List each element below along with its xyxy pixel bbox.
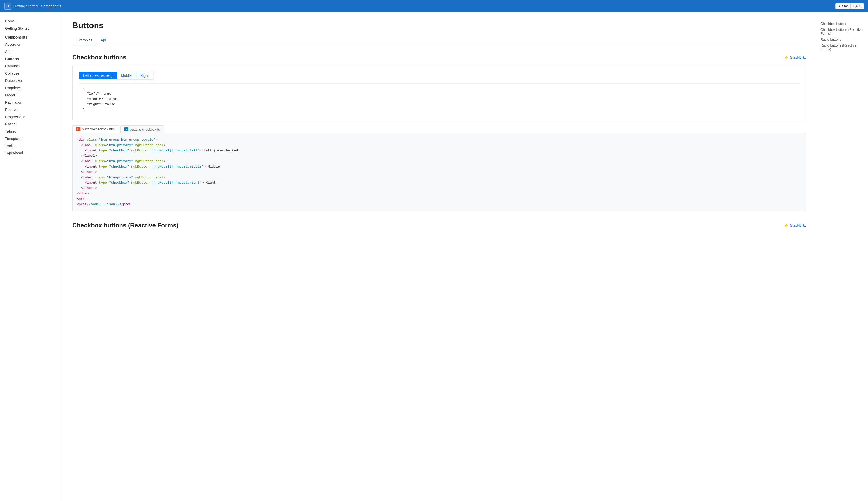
stackblitz-label-reactive: StackBlitz: [790, 223, 806, 227]
html-file-label: buttons-checkbox.html: [82, 127, 116, 131]
toc-item-radio-reactive[interactable]: Radio buttons (Reactive Forms): [821, 42, 864, 52]
sidebar-item-buttons[interactable]: Buttons: [0, 55, 62, 63]
code-line-9: <input type="checkbox" ngbButton [(ngMod…: [77, 180, 802, 185]
top-nav: B Getting Started Components ★ Star 6,49…: [0, 0, 868, 12]
ts-file-label: buttons-checkbox.ts: [130, 127, 160, 131]
stackblitz-icon: ⚡: [783, 55, 789, 60]
sidebar-section-components: Components: [0, 32, 62, 41]
sidebar-item-modal[interactable]: Modal: [0, 92, 62, 99]
code-line-11: </div>: [77, 191, 802, 196]
sidebar-item-rating[interactable]: Rating: [0, 120, 62, 128]
ts-file-icon: T: [124, 127, 128, 131]
main-content: Buttons Examples Api Checkbox buttons ⚡ …: [62, 12, 816, 242]
code-line-10: </label>: [77, 185, 802, 191]
layout: Home Getting Started Components Accordio…: [0, 12, 868, 242]
code-line-13: <pre>{{model | json}}</pre>: [77, 202, 802, 207]
tab-api[interactable]: Api: [96, 35, 110, 45]
json-output: { "left": true, "middle": false, "right"…: [79, 84, 800, 115]
code-line-4: </label>: [77, 153, 802, 159]
html-file-icon: H: [76, 127, 80, 131]
stackblitz-button[interactable]: ⚡ StackBlitz: [783, 55, 806, 60]
section-title-text: Checkbox buttons: [72, 54, 126, 61]
brand-label: Getting Started: [13, 4, 38, 8]
sidebar-item-progressbar[interactable]: Progressbar: [0, 113, 62, 120]
checkbox-btn-left[interactable]: Left (pre-checked): [79, 72, 117, 79]
sidebar: Home Getting Started Components Accordio…: [0, 12, 62, 242]
sidebar-item-timepicker[interactable]: Timepicker: [0, 135, 62, 142]
logo-icon: B: [4, 3, 11, 10]
sidebar-item-dropdown[interactable]: Dropdown: [0, 84, 62, 92]
code-file-tabs: H buttons-checkbox.html T buttons-checkb…: [72, 125, 806, 133]
sidebar-item-tabset[interactable]: Tabset: [0, 128, 62, 135]
toc-item-checkbox-reactive[interactable]: Checkbox buttons (Reactive Forms): [821, 26, 864, 36]
star-count: 6,492: [851, 3, 864, 9]
code-block: <div class="btn-group btn-group-toggle">…: [72, 133, 806, 212]
page-title: Buttons: [72, 21, 806, 30]
code-line-12: <hr>: [77, 196, 802, 202]
code-line-6: <input type="checkbox" ngbButton [(ngMod…: [77, 164, 802, 170]
star-label-part[interactable]: ★ Star: [836, 3, 851, 9]
checkbox-reactive-section: Checkbox buttons (Reactive Forms) ⚡ Stac…: [72, 222, 806, 229]
sidebar-item-getting-started[interactable]: Getting Started: [0, 25, 62, 32]
checkbox-button-group: Left (pre-checked) Middle Right: [79, 72, 800, 79]
sidebar-item-datepicker[interactable]: Datepicker: [0, 77, 62, 84]
stackblitz-label: StackBlitz: [790, 55, 806, 60]
stackblitz-button-reactive[interactable]: ⚡ StackBlitz: [783, 223, 806, 228]
code-tab-ts[interactable]: T buttons-checkbox.ts: [120, 125, 164, 133]
toc-item-radio[interactable]: Radio buttons: [821, 36, 864, 42]
sidebar-item-accordion[interactable]: Accordion: [0, 41, 62, 48]
github-star-button[interactable]: ★ Star 6,492: [835, 3, 864, 9]
sidebar-item-collapse[interactable]: Collapse: [0, 70, 62, 77]
logo[interactable]: B Getting Started Components: [4, 3, 61, 10]
code-line-7: </label>: [77, 170, 802, 175]
toc-item-checkbox[interactable]: Checkbox buttons: [821, 21, 864, 26]
tab-examples[interactable]: Examples: [72, 35, 96, 45]
sidebar-item-alert[interactable]: Alert: [0, 48, 62, 55]
code-tab-html[interactable]: H buttons-checkbox.html: [72, 125, 119, 133]
code-line-3: <input type="checkbox" ngbButton [(ngMod…: [77, 148, 802, 153]
demo-area: Left (pre-checked) Middle Right { "left"…: [72, 65, 806, 121]
section-title-reactive: Checkbox buttons (Reactive Forms) ⚡ Stac…: [72, 222, 806, 229]
github-icon: ★: [838, 4, 841, 8]
code-line-5: <label class="btn-primary" ngbButtonLabe…: [77, 159, 802, 164]
stackblitz-icon-reactive: ⚡: [783, 223, 789, 228]
sidebar-item-home[interactable]: Home: [0, 18, 62, 25]
checkbox-btn-middle[interactable]: Middle: [117, 72, 136, 79]
right-toc: Checkbox buttons Checkbox buttons (React…: [816, 17, 868, 56]
current-label: Components: [40, 4, 61, 8]
page-tabs: Examples Api: [72, 35, 806, 45]
star-text: Star: [842, 4, 848, 8]
checkbox-buttons-section: Checkbox buttons ⚡ StackBlitz Left (pre-…: [72, 54, 806, 212]
code-line-2: <label class="btn-primary" ngbButtonLabe…: [77, 143, 802, 148]
sidebar-item-carousel[interactable]: Carousel: [0, 63, 62, 70]
section-title-checkbox: Checkbox buttons ⚡ StackBlitz: [72, 54, 806, 61]
section-title-reactive-text: Checkbox buttons (Reactive Forms): [72, 222, 178, 229]
checkbox-btn-right[interactable]: Right: [136, 72, 153, 79]
sidebar-item-popover[interactable]: Popover: [0, 106, 62, 113]
sidebar-item-tooltip[interactable]: Tooltip: [0, 142, 62, 149]
sidebar-item-pagination[interactable]: Pagination: [0, 99, 62, 106]
sidebar-item-typeahead[interactable]: Typeahead: [0, 149, 62, 157]
code-line-8: <label class="btn-primary" ngbButtonLabe…: [77, 175, 802, 180]
code-line-1: <div class="btn-group btn-group-toggle">: [77, 137, 802, 143]
